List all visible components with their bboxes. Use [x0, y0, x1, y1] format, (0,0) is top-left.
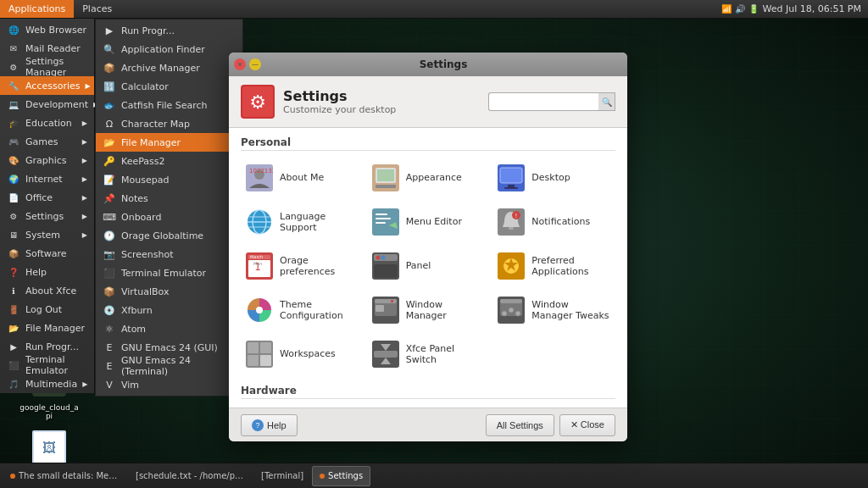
settings-item-theme-configuration[interactable]: Theme Configuration [241, 290, 364, 330]
menu-item-web-browser[interactable]: 🌐 Web Browser [0, 20, 94, 39]
menu-item-settings[interactable]: ⚙ Settings ▶ [0, 207, 94, 225]
dialog-min-btn[interactable]: — [249, 58, 261, 70]
submenu-item-file-manager[interactable]: 📂 File Manager [96, 133, 242, 152]
menu-item-icon-games: 🎮 [7, 135, 20, 148]
menu-item-icon-settings-manager: ⚙ [7, 60, 20, 74]
submenu-item-label: KeePass2 [121, 156, 165, 167]
settings-item-xfce-panel-switch[interactable]: Xfce Panel Switch [367, 334, 490, 374]
taskbar-item-menu-edit[interactable]: The small details: Menu editi... [3, 466, 127, 486]
settings-item-additional-drivers[interactable]: Additional Drivers [241, 406, 364, 408]
menu-item-multimedia[interactable]: 🎵 Multimedia ▶ [0, 374, 94, 393]
places-menu-btn[interactable]: Places [74, 0, 120, 18]
menu-item-accessories[interactable]: 🔧 Accessories ▶ [0, 76, 94, 95]
settings-item-notifications[interactable]: ! Notifications [492, 202, 615, 242]
dialog-body[interactable]: Personal 1022132 About Me [229, 128, 627, 408]
help-button[interactable]: ? Help [241, 414, 298, 436]
menu-item-graphics[interactable]: 🎨 Graphics ▶ [0, 151, 94, 169]
all-settings-button[interactable]: All Settings [486, 414, 554, 436]
menu-item-icon-internet: 🌍 [7, 172, 20, 186]
submenu-item-screenshot[interactable]: 📷 Screenshot [96, 245, 242, 263]
window-manager-tweaks-icon [498, 297, 525, 324]
panel-icon [372, 252, 399, 280]
settings-item-language-support[interactable]: Language Support [241, 202, 364, 242]
taskbar-item-label: [schedule.txt - /home/prahlad... [136, 471, 246, 480]
settings-item-bluetooth-adapters[interactable]: Bluetooth Adapters [367, 406, 490, 408]
menu-item-label: Settings Manager [25, 56, 87, 78]
applications-menu-btn[interactable]: Applications [0, 0, 74, 18]
menu-item-software[interactable]: 📦 Software [0, 244, 94, 263]
search-input[interactable] [488, 92, 598, 111]
submenu-item-application-finder[interactable]: 🔍 Application Finder [96, 40, 242, 58]
submenu-item-catfish-file-search[interactable]: 🐟 Catfish File Search [96, 96, 242, 114]
settings-item-window-manager-tweaks[interactable]: Window Manager Tweaks [492, 290, 615, 330]
settings-item-appearance[interactable]: Appearance [367, 158, 490, 198]
close-button[interactable]: ✕ Close [559, 414, 615, 436]
dialog-close-btn[interactable]: ✕ [234, 58, 246, 70]
appearance-icon [372, 164, 399, 191]
submenu-item-run-programs[interactable]: ▶ Run Progr... [96, 21, 242, 40]
settings-item-preferred-applications[interactable]: Preferred Applications [492, 246, 615, 286]
menu-item-settings-manager[interactable]: ⚙ Settings Manager [0, 58, 94, 76]
settings-item-menu-editor[interactable]: Menu Editor [367, 202, 490, 242]
menu-item-log-out[interactable]: 🚪 Log Out [0, 300, 94, 319]
submenu-arrow: ▶ [82, 231, 87, 239]
submenu-item-atom[interactable]: ⚛ Atom [96, 319, 242, 338]
clock: Wed Jul 18, 06:51 PM [762, 3, 861, 14]
submenu-item-character-map[interactable]: Ω Character Map [96, 114, 242, 133]
submenu-item-label: Notes [121, 193, 148, 204]
menu-item-terminal-emulator[interactable]: ⬛ Terminal Emulator [0, 356, 94, 374]
submenu-item-keepass2[interactable]: 🔑 KeePass2 [96, 152, 242, 170]
submenu-icon-application-finder: 🔍 [103, 42, 116, 56]
submenu-item-virtualbox[interactable]: 📦 VirtualBox [96, 282, 242, 301]
taskbar-item-schedule[interactable]: [schedule.txt - /home/prahlad... [129, 466, 253, 486]
menu-item-development[interactable]: 💻 Development ▶ [0, 95, 94, 114]
submenu-item-xfburn[interactable]: 💿 Xfburn [96, 301, 242, 319]
orage-preferences-label: Orage preferences [280, 255, 359, 277]
top-panel-left: Applications Places [0, 0, 120, 18]
submenu-item-gnu-emacs-terminal[interactable]: E GNU Emacs 24 (Terminal) [96, 357, 242, 375]
dialog-search[interactable]: 🔍 [488, 92, 615, 111]
menu-item-help[interactable]: ❓ Help [0, 263, 94, 281]
submenu-item-gnu-emacs-gui[interactable]: E GNU Emacs 24 (GUI) [96, 338, 242, 357]
submenu-item-calculator[interactable]: 🔢 Calculator [96, 77, 242, 96]
menu-item-file-manager[interactable]: 📂 File Manager [0, 319, 94, 337]
submenu-icon-run-programs: ▶ [103, 24, 116, 37]
menu-item-system[interactable]: 🖥 System ▶ [0, 225, 94, 244]
svg-rect-26 [372, 208, 399, 236]
menu-item-icon-development: 💻 [7, 97, 20, 111]
submenu-item-orage-globaltime[interactable]: 🕐 Orage Globaltime [96, 226, 242, 245]
submenu-item-vim[interactable]: V Vim [96, 375, 242, 394]
svg-rect-20 [504, 187, 518, 189]
language-support-icon [246, 208, 273, 236]
dialog-titlebar: ✕ — Settings [229, 53, 627, 76]
settings-item-window-manager[interactable]: Window Manager [367, 290, 490, 330]
menu-item-education[interactable]: 🎓 Education ▶ [0, 114, 94, 132]
menu-item-mail-reader[interactable]: ✉ Mail Reader [0, 39, 94, 58]
settings-item-panel[interactable]: Panel [367, 246, 490, 286]
menu-item-games[interactable]: 🎮 Games ▶ [0, 132, 94, 151]
settings-item-workspaces[interactable]: Workspaces [241, 334, 364, 374]
submenu-item-onboard[interactable]: ⌨ Onboard [96, 208, 242, 226]
submenu-item-notes[interactable]: 📌 Notes [96, 189, 242, 208]
menu-item-run-programs[interactable]: ▶ Run Progr... [0, 337, 94, 356]
menu-item-icon-mail-reader: ✉ [7, 42, 20, 55]
settings-item-bluetooth-manager[interactable]: Bluetooth Manager [492, 406, 615, 408]
taskbar-item-settings[interactable]: Settings [312, 466, 370, 486]
menu-item-about-xfce[interactable]: ℹ About Xfce [0, 281, 94, 300]
submenu-item-terminal-emulator[interactable]: ⬛ Terminal Emulator [96, 263, 242, 282]
search-icon[interactable]: 🔍 [598, 92, 615, 111]
svg-text:!: ! [515, 213, 518, 219]
settings-item-orage-preferences[interactable]: March 1 Mon Orage preferences [241, 246, 364, 286]
menu-item-label: Multimedia [25, 379, 77, 390]
menu-item-office[interactable]: 📄 Office ▶ [0, 188, 94, 207]
submenu-item-archive-manager[interactable]: 📦 Archive Manager [96, 58, 242, 77]
menu-item-label: Software [25, 248, 67, 259]
menu-item-internet[interactable]: 🌍 Internet ▶ [0, 169, 94, 188]
settings-item-desktop[interactable]: Desktop [492, 158, 615, 198]
submenu-item-mousepad[interactable]: 📝 Mousepad [96, 170, 242, 189]
submenu-icon-keepass2: 🔑 [103, 154, 116, 168]
svg-text:Mon: Mon [253, 261, 263, 266]
taskbar-item-terminal[interactable]: [Terminal] [254, 466, 310, 486]
menu-item-icon-system: 🖥 [7, 228, 20, 241]
settings-item-about-me[interactable]: 1022132 About Me [241, 158, 364, 198]
